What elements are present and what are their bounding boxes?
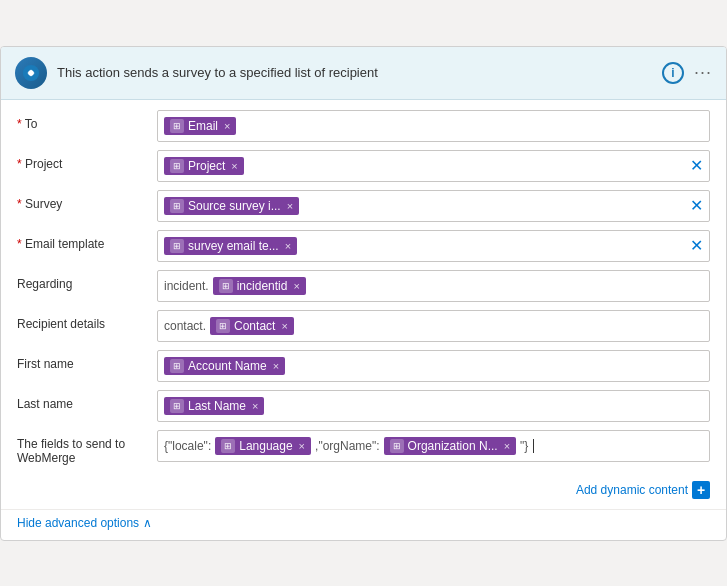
field-to[interactable]: ⊞ Email × (157, 110, 710, 142)
token-db-icon: ⊞ (170, 239, 184, 253)
token-email: ⊞ Email × (164, 117, 236, 135)
field-last-name[interactable]: ⊞ Last Name × (157, 390, 710, 422)
label-project: Project (17, 150, 157, 171)
token-label: Project (188, 159, 225, 173)
card-header: This action sends a survey to a specifie… (1, 47, 726, 100)
token-close-survey[interactable]: × (287, 200, 293, 212)
prefix-locale: {"locale": (164, 439, 211, 453)
token-db-icon: ⊞ (170, 399, 184, 413)
label-survey: Survey (17, 190, 157, 211)
card-body: To ⊞ Email × Project ⊞ Project × ✕ (1, 100, 726, 477)
token-close-project[interactable]: × (231, 160, 237, 172)
field-row-survey: Survey ⊞ Source survey i... × ✕ (17, 190, 710, 224)
token-db-icon: ⊞ (216, 319, 230, 333)
token-language: ⊞ Language × (215, 437, 311, 455)
prefix-contact: contact. (164, 319, 206, 333)
token-close-account-name[interactable]: × (273, 360, 279, 372)
token-label: Language (239, 439, 292, 453)
token-db-icon: ⊞ (390, 439, 404, 453)
action-card: This action sends a survey to a specifie… (0, 46, 727, 541)
token-account-name: ⊞ Account Name × (164, 357, 285, 375)
svg-point-1 (28, 70, 33, 75)
token-project: ⊞ Project × (164, 157, 244, 175)
field-survey[interactable]: ⊞ Source survey i... × ✕ (157, 190, 710, 222)
token-label: Contact (234, 319, 275, 333)
header-title: This action sends a survey to a specifie… (57, 65, 652, 80)
label-regarding: Regarding (17, 270, 157, 291)
field-row-regarding: Regarding incident. ⊞ incidentid × (17, 270, 710, 304)
field-row-webmerge: The fields to send to WebMerge {"locale"… (17, 430, 710, 465)
field-regarding[interactable]: incident. ⊞ incidentid × (157, 270, 710, 302)
field-row-recipient-details: Recipient details contact. ⊞ Contact × (17, 310, 710, 344)
token-db-icon: ⊞ (170, 199, 184, 213)
token-close-contact[interactable]: × (281, 320, 287, 332)
hide-advanced-options[interactable]: Hide advanced options ∧ (1, 509, 726, 540)
field-row-to: To ⊞ Email × (17, 110, 710, 144)
field-project[interactable]: ⊞ Project × ✕ (157, 150, 710, 182)
token-db-icon: ⊞ (219, 279, 233, 293)
token-close-email-template[interactable]: × (285, 240, 291, 252)
token-survey: ⊞ Source survey i... × (164, 197, 299, 215)
token-org-name: ⊞ Organization N... × (384, 437, 516, 455)
add-dynamic-content[interactable]: Add dynamic content + (576, 481, 710, 499)
token-last-name: ⊞ Last Name × (164, 397, 264, 415)
label-recipient-details: Recipient details (17, 310, 157, 331)
token-close-language[interactable]: × (299, 440, 305, 452)
card-footer: Add dynamic content + (1, 477, 726, 509)
field-row-last-name: Last name ⊞ Last Name × (17, 390, 710, 424)
token-contact: ⊞ Contact × (210, 317, 294, 335)
info-icon[interactable]: i (662, 62, 684, 84)
field-clear-survey[interactable]: ✕ (690, 198, 703, 214)
token-close-incidentid[interactable]: × (293, 280, 299, 292)
token-close-last-name[interactable]: × (252, 400, 258, 412)
chevron-up-icon: ∧ (143, 516, 152, 530)
field-clear-email-template[interactable]: ✕ (690, 238, 703, 254)
prefix-incident: incident. (164, 279, 209, 293)
field-webmerge[interactable]: {"locale": ⊞ Language × ,"orgName": ⊞ Or… (157, 430, 710, 462)
token-db-icon: ⊞ (221, 439, 235, 453)
trailing-brace: "} (520, 439, 528, 453)
hide-advanced-label: Hide advanced options (17, 516, 139, 530)
label-webmerge: The fields to send to WebMerge (17, 430, 157, 465)
token-label: Source survey i... (188, 199, 281, 213)
token-label: Email (188, 119, 218, 133)
add-dynamic-label: Add dynamic content (576, 483, 688, 497)
field-recipient-details[interactable]: contact. ⊞ Contact × (157, 310, 710, 342)
header-app-icon (15, 57, 47, 89)
token-label: Organization N... (408, 439, 498, 453)
token-label: Account Name (188, 359, 267, 373)
field-clear-project[interactable]: ✕ (690, 158, 703, 174)
label-email-template: Email template (17, 230, 157, 251)
more-options-icon[interactable]: ··· (694, 62, 712, 83)
label-last-name: Last name (17, 390, 157, 411)
field-email-template[interactable]: ⊞ survey email te... × ✕ (157, 230, 710, 262)
text-cursor (533, 439, 534, 453)
field-row-first-name: First name ⊞ Account Name × (17, 350, 710, 384)
token-incidentid: ⊞ incidentid × (213, 277, 306, 295)
token-email-template: ⊞ survey email te... × (164, 237, 297, 255)
field-row-project: Project ⊞ Project × ✕ (17, 150, 710, 184)
token-close-org-name[interactable]: × (504, 440, 510, 452)
suffix-orgname: ,"orgName": (315, 439, 380, 453)
field-first-name[interactable]: ⊞ Account Name × (157, 350, 710, 382)
token-label: survey email te... (188, 239, 279, 253)
field-row-email-template: Email template ⊞ survey email te... × ✕ (17, 230, 710, 264)
label-to: To (17, 110, 157, 131)
token-label: Last Name (188, 399, 246, 413)
add-dynamic-icon[interactable]: + (692, 481, 710, 499)
label-first-name: First name (17, 350, 157, 371)
token-db-icon: ⊞ (170, 159, 184, 173)
token-close-email[interactable]: × (224, 120, 230, 132)
token-db-icon: ⊞ (170, 119, 184, 133)
token-label: incidentid (237, 279, 288, 293)
token-db-icon: ⊞ (170, 359, 184, 373)
